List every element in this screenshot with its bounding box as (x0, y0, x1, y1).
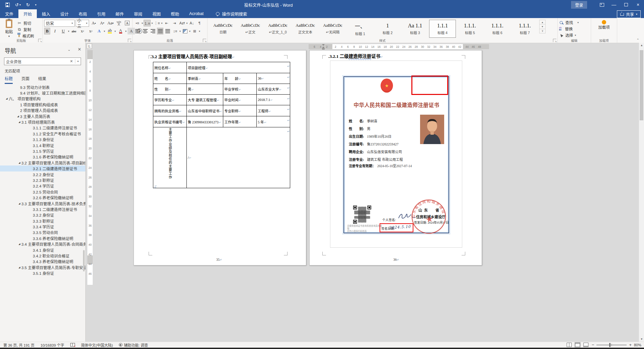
nav-heading-item[interactable]: 3.1.6 养老保险缴纳证明 (0, 154, 85, 160)
share-button[interactable]: 共享▾ (617, 10, 641, 18)
expand-caret-icon[interactable]: ◢ (5, 97, 9, 100)
nav-heading-item[interactable]: 9.4 计划开、竣工日期和施工进度网络图 (0, 90, 85, 96)
paste-button[interactable]: 粘贴▾ (1, 19, 17, 38)
style-card[interactable]: AaBbCcDc ↵无间隔 (319, 20, 346, 38)
cell-work-history-value[interactable]: / (187, 127, 290, 188)
expand-caret-icon[interactable]: ◢ (17, 161, 21, 164)
nav-heading-item[interactable]: 3.2.4 学历证 (0, 183, 85, 189)
phonetic-guide-button[interactable]: wén文 (115, 20, 123, 26)
nav-heading-item[interactable]: ◢ 3.2 主要项目管理人员简历表-项目副经理 (0, 160, 85, 165)
indent-markers[interactable] (322, 44, 325, 49)
expand-caret-icon[interactable]: ◢ (17, 243, 21, 245)
shrink-font-button[interactable]: A▾ (98, 20, 106, 26)
nav-heading-item[interactable]: 1 项目管理机构组成表 (0, 102, 85, 107)
search-input[interactable] (4, 60, 68, 64)
scroll-down-icon[interactable]: ▼ (639, 338, 644, 341)
style-card[interactable]: AaBbCcDc ↵正文 (237, 20, 264, 38)
read-mode-button[interactable] (567, 343, 572, 347)
subscript-button[interactable]: x2 (79, 28, 86, 34)
nav-tab-results[interactable]: 结果 (38, 76, 46, 84)
gallery-up-button[interactable]: ▲ (540, 20, 545, 24)
ribbon-tab[interactable]: 插入 (37, 9, 55, 18)
style-card[interactable]: 1.1.1 标题 4 (429, 20, 456, 38)
nav-heading-item[interactable]: ◢ 3 主要人员简历表 (0, 113, 85, 119)
zoom-slider[interactable] (596, 345, 627, 345)
line-spacing-button[interactable]: ↕≡ (172, 28, 179, 34)
cell-position-label[interactable]: 岗位名称 (153, 62, 187, 73)
clear-search-icon[interactable]: ✕ (68, 59, 75, 64)
text-effects-button[interactable]: A (95, 28, 103, 34)
ribbon-tab[interactable]: 视图 (147, 9, 166, 18)
sign-in-button[interactable]: 登录 (571, 1, 587, 9)
nav-tab-headings[interactable]: 标题 (5, 76, 13, 84)
change-case-button[interactable]: Aa▾ (107, 20, 114, 26)
bullets-button[interactable]: •≡ (134, 20, 141, 26)
ribbon-tab[interactable]: 布局 (74, 9, 92, 18)
ribbon-tab[interactable]: 设计 (55, 9, 74, 18)
certificate-image[interactable]: ★ 中华人民共和国二级建造师注册证书 姓 名: 季树喜 性 别: 男 (330, 61, 462, 248)
save-button[interactable] (5, 3, 10, 7)
document-page-35[interactable]: .3.2 主要项目管理人员简历表-项目副经理↵ 岗位名称项目副经理 姓 名季树喜… (134, 50, 306, 265)
font-family-combo[interactable]: 仿宋▾ (44, 20, 75, 27)
vertical-ruler[interactable]: 2468101214161820222426283032343638404244… (87, 50, 93, 339)
ribbon-tab[interactable]: 邮件 (110, 9, 129, 18)
replace-button[interactable]: abac替换 (559, 26, 589, 31)
undo-button[interactable]: ↺▾ (15, 2, 21, 7)
proofing-status-icon[interactable] (70, 343, 75, 347)
nav-heading-item[interactable]: 3.2.1 二级建造师注册证书 (0, 165, 85, 171)
borders-button[interactable]: ⊞ (191, 28, 198, 34)
hruler-text-area[interactable]: 24681012141618202224262830323436384042 (332, 44, 463, 49)
nav-heading-item[interactable]: 3.3.1 二级建造师注册证书 (0, 206, 85, 212)
customize-qat-button[interactable]: ▾ (35, 3, 36, 6)
justify-button[interactable] (157, 28, 163, 34)
print-layout-button[interactable] (575, 343, 580, 347)
zoom-level[interactable]: 80% (634, 343, 641, 347)
resume-table[interactable]: 岗位名称项目副经理 姓 名季树喜年 龄36 性 别男毕业学校山东农业大学 学历和… (153, 62, 290, 188)
accessibility-status[interactable]: 辅助功能: 调查 (119, 342, 148, 348)
nav-heading-item[interactable]: 3.2.6 养老保险缴纳证明 (0, 195, 85, 200)
nav-heading-item[interactable]: 3.1.1 二级建造师注册证书 (0, 125, 85, 131)
style-card[interactable]: Aa 1.1 标题 3 (402, 20, 428, 38)
redo-button[interactable]: ↻ (26, 2, 30, 7)
document-scrollbar[interactable]: ▲ ▼ (639, 43, 644, 342)
nav-heading-item[interactable]: 3.4.2 职业培训合格证 (0, 253, 85, 258)
nav-heading-item[interactable]: 2 项目管理人员组成表 (0, 108, 85, 113)
hruler-right-margin[interactable]: 444648 (463, 44, 489, 49)
align-center-button[interactable] (142, 28, 149, 34)
nav-heading-item[interactable]: 3.4.1 身份证 (0, 247, 85, 253)
nav-heading-item[interactable]: ◢ 六、 项目管理机构 (0, 96, 85, 102)
language-indicator[interactable]: 简体中文(中国大陆) (81, 342, 113, 348)
ribbon-tab[interactable]: 帮助 (166, 9, 184, 18)
nav-heading-item[interactable]: 3.2.2 身份证 (0, 171, 85, 177)
style-card[interactable]: 一、 标题 1 (347, 20, 374, 38)
style-card[interactable]: 1.1.1. 标题 7 (511, 20, 538, 38)
style-card[interactable]: AaBbCcDc ↵正文_1_0 (264, 20, 291, 38)
expand-caret-icon[interactable]: ◢ (17, 202, 21, 205)
nav-heading-item[interactable]: ◢ 3.3 主要项目管理人员简历表-技术负责人 (0, 201, 85, 206)
ribbon-tab[interactable]: 文件 (0, 9, 18, 18)
nav-heading-item[interactable]: 3.4.3 养老保险缴纳证明 (0, 259, 85, 264)
nav-heading-item[interactable]: 3.2.5 劳动合同 (0, 189, 85, 195)
copy-button[interactable]: ⧉复制 (17, 27, 34, 32)
page-indicator[interactable]: 第 36 页, 共 191 页 (3, 342, 34, 348)
nav-heading-item[interactable]: 3.3.2 身份证 (0, 212, 85, 218)
nav-heading-item[interactable]: 3.3.5 劳动合同 (0, 230, 85, 235)
zoom-slider-thumb[interactable] (609, 343, 611, 347)
cut-button[interactable]: ✂剪切 (17, 20, 34, 26)
distribute-button[interactable] (164, 28, 171, 34)
collapse-ribbon-button[interactable]: ⌃ (637, 38, 639, 42)
nav-close-button[interactable]: ✕ (78, 47, 81, 52)
numbering-button[interactable]: ⒈≡ (144, 20, 151, 26)
expand-caret-icon[interactable]: ◢ (16, 115, 20, 118)
grow-font-button[interactable]: A▴ (90, 20, 97, 26)
ribbon-tab[interactable]: Acrobat (184, 9, 209, 18)
nav-heading-item[interactable]: 3.1.5 学历证 (0, 148, 85, 154)
select-button[interactable]: 选择▾ (559, 32, 589, 38)
scrollbar-thumb[interactable] (640, 50, 643, 120)
bold-button[interactable]: B (44, 28, 50, 34)
multilevel-list-button[interactable]: ⋮≡ (153, 20, 160, 26)
sort-button[interactable]: A↓ (188, 20, 195, 26)
font-dialog-launcher[interactable] (128, 39, 131, 42)
asian-layout-button[interactable]: A⇄ (178, 20, 185, 26)
nav-heading-item[interactable]: 3.1.2 安全生产考核合格证书 (0, 131, 85, 136)
